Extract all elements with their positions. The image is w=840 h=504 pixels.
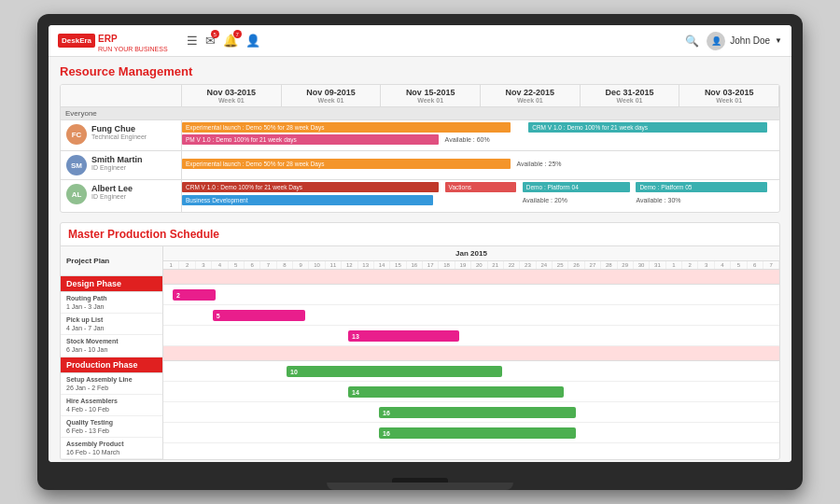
gantt-section: Master Production Schedule Project Plan … <box>60 222 780 460</box>
gantt-task-hire: Hire Assemblers 4 Feb - 10 Feb <box>61 395 162 416</box>
main-content: Resource Management Nov 03-2015 Week 01 … <box>49 57 791 462</box>
rm-header-row: Nov 03-2015 Week 01 Nov 09-2015 Week 01 … <box>61 85 779 107</box>
rm-bars-fung: Experimental launch : Demo 50% for 28 we… <box>182 120 779 150</box>
gantt-body: Project Plan Design Phase Routing Path 1… <box>61 246 779 459</box>
rm-row-smith: SM Smith Martin ID Engineer Experimental… <box>61 151 779 180</box>
gantt-day-cell: 19 <box>455 261 471 269</box>
gantt-bar-routing-bar: 2 <box>173 289 216 301</box>
logo: DeskEra ERP RUN YOUR BUSINESS <box>58 29 168 52</box>
menu-icon[interactable]: ☰ <box>187 34 198 48</box>
gantt-day-cell: 5 <box>229 261 245 269</box>
rm-person-fung: FC Fung Chue Technical Engineer <box>61 120 182 150</box>
gantt-days-row: 1234567891011121314151617181920212223242… <box>163 261 779 270</box>
resource-management-table: Nov 03-2015 Week 01 Nov 09-2015 Week 01 … <box>60 84 780 213</box>
bar-albert-avail2: Available : 30% <box>636 195 680 203</box>
gantt-day-cell: 7 <box>763 261 779 269</box>
gantt-month-header: Jan 2015 <box>163 246 779 261</box>
gantt-day-cell: 25 <box>553 261 568 269</box>
search-icon[interactable]: 🔍 <box>685 35 699 48</box>
gantt-day-cell: 28 <box>601 261 617 269</box>
gantt-day-cell: 4 <box>212 261 228 269</box>
bar-albert-vac: Vactions <box>445 182 517 192</box>
gantt-day-cell: 29 <box>618 261 634 269</box>
gantt-day-cell: 23 <box>520 261 536 269</box>
rm-name-albert: Albert Lee <box>91 184 133 193</box>
bar-albert-avail1: Available : 20% <box>523 195 567 203</box>
user-icon[interactable]: 👤 <box>245 34 260 48</box>
gantt-day-cell: 8 <box>277 261 293 269</box>
gantt-bar-stock: 13 <box>163 326 779 346</box>
rm-row-albert: AL Albert Lee ID Engineer CRM V 1.0 : De… <box>61 180 779 212</box>
rm-date-1: Nov 03-2015 Week 01 <box>182 85 282 106</box>
rm-bars-albert: CRM V 1.0 : Demo 100% for 21 week Days V… <box>182 180 779 212</box>
gantt-bar-hire: 14 <box>163 382 779 402</box>
gantt-day-cell: 2 <box>179 261 195 269</box>
bar-smith-1: Experimental launch : Demo 50% for 28 we… <box>182 159 511 169</box>
gantt-day-cell: 2 <box>682 261 698 269</box>
laptop-frame: DeskEra ERP RUN YOUR BUSINESS ☰ ✉ 5 🔔 7 <box>37 14 803 490</box>
gantt-day-cell: 15 <box>390 261 406 269</box>
chevron-down-icon: ▼ <box>775 36 782 45</box>
gantt-bar-assembly: 16 <box>163 423 779 443</box>
gantt-day-cell: 10 <box>309 261 325 269</box>
user-name: John Doe <box>730 35 770 46</box>
gantt-day-cell: 6 <box>748 261 763 269</box>
gantt-day-cell: 30 <box>634 261 650 269</box>
gantt-day-cell: 4 <box>715 261 731 269</box>
gantt-day-cell: 1 <box>163 261 179 269</box>
gantt-bar-routing: 2 <box>163 285 779 305</box>
bell-icon[interactable]: 🔔 7 <box>223 34 238 48</box>
gantt-day-cell: 3 <box>196 261 212 269</box>
logo-sub: RUN YOUR BUSINESS <box>98 46 168 52</box>
rm-name-smith: Smith Martin <box>91 155 143 164</box>
bar-albert-biz: Business Development <box>182 195 433 205</box>
gantt-production-phase-bar-row <box>163 346 779 361</box>
bar-albert-plat5: Demo : Platform 05 <box>636 182 767 192</box>
gantt-task-pickup: Pick up List 4 Jan - 7 Jan <box>61 314 162 335</box>
gantt-day-cell: 27 <box>585 261 601 269</box>
gantt-day-cell: 11 <box>326 261 342 269</box>
gantt-design-phase-bar-row <box>163 270 779 285</box>
gantt-day-cell: 18 <box>439 261 455 269</box>
gantt-bar-setup: 10 <box>163 361 779 382</box>
gantt-bar-pickup-bar: 5 <box>213 310 305 321</box>
rm-date-6: Nov 03-2015 Week 01 <box>679 85 779 106</box>
gantt-bar-hire-bar: 14 <box>348 386 564 398</box>
mail-badge: 5 <box>211 30 219 38</box>
nav-icons: ☰ ✉ 5 🔔 7 👤 <box>187 34 686 48</box>
gantt-day-cell: 5 <box>731 261 747 269</box>
gantt-day-cell: 24 <box>537 261 553 269</box>
rm-date-2: Nov 09-2015 Week 01 <box>282 85 382 106</box>
gantt-day-cell: 22 <box>504 261 520 269</box>
nav-right: 🔍 👤 John Doe ▼ <box>685 32 782 50</box>
rm-date-4: Nov 22-2015 Week 01 <box>481 85 581 106</box>
avatar-smith: SM <box>66 155 87 175</box>
screen: DeskEra ERP RUN YOUR BUSINESS ☰ ✉ 5 🔔 7 <box>49 25 791 462</box>
gantt-left: Project Plan Design Phase Routing Path 1… <box>61 246 163 459</box>
gantt-day-cell: 6 <box>245 261 260 269</box>
bar-albert-1: CRM V 1.0 : Demo 100% for 21 week Days <box>182 182 439 192</box>
gantt-day-cell: 13 <box>358 261 374 269</box>
bar-fung-3: CRM V 1.0 : Demo 100% for 21 week days <box>528 122 767 133</box>
gantt-day-cell: 20 <box>471 261 487 269</box>
gantt-bar-pickup: 5 <box>163 305 779 326</box>
gantt-day-cell: 21 <box>488 261 504 269</box>
avatar: 👤 <box>707 32 725 50</box>
gantt-day-cell: 16 <box>407 261 423 269</box>
gantt-phase-design: Design Phase <box>61 276 162 292</box>
gantt-title: Master Production Schedule <box>61 223 779 246</box>
mail-icon[interactable]: ✉ 5 <box>205 34 216 48</box>
gantt-day-cell: 12 <box>342 261 357 269</box>
user-info[interactable]: 👤 John Doe ▼ <box>707 32 782 50</box>
logo-box: DeskEra <box>58 34 95 48</box>
rm-sub-header: Everyone <box>61 107 779 120</box>
rm-date-3: Nov 15-2015 Week 01 <box>381 85 481 106</box>
bar-fung-2: PM V 1.0 : Demo 100% for 21 week days <box>182 134 439 145</box>
gantt-phase-production: Production Phase <box>61 357 162 373</box>
gantt-day-cell: 31 <box>650 261 665 269</box>
bar-albert-plat4: Demo : Platform 04 <box>523 182 630 192</box>
gantt-bar-assembly-bar: 16 <box>379 427 576 439</box>
rm-row-fung: FC Fung Chue Technical Engineer Experime… <box>61 120 779 151</box>
resource-section-title: Resource Management <box>60 64 780 78</box>
gantt-bar-quality-bar: 16 <box>379 407 576 418</box>
